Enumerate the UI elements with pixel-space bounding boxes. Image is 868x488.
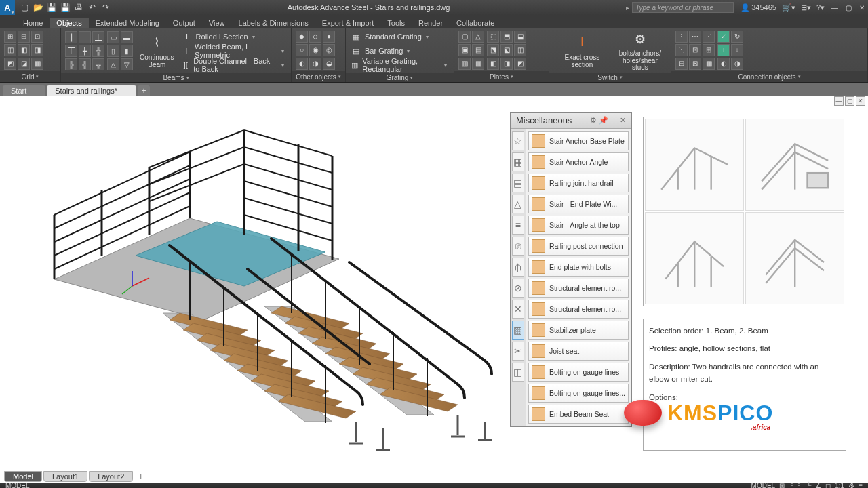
- tab-render[interactable]: Render: [412, 18, 450, 28]
- minimize-icon[interactable]: —: [829, 2, 841, 13]
- grid-tool-icon[interactable]: ◫: [4, 44, 16, 56]
- plate-tool-icon[interactable]: ▥: [458, 58, 471, 70]
- grid-tool-icon[interactable]: ⊡: [31, 30, 43, 43]
- palette-cat-icon[interactable]: ✕: [512, 300, 524, 319]
- preview-thumbnail[interactable]: [745, 212, 844, 304]
- status-customize-icon[interactable]: ≡: [859, 482, 863, 489]
- plate-tool-icon[interactable]: ◨: [500, 58, 513, 70]
- app-menu-icon[interactable]: A: [0, 0, 15, 15]
- palette-cat-icon[interactable]: ✂: [512, 342, 524, 361]
- conn-tool-icon[interactable]: ⋯: [689, 30, 701, 43]
- status-model-button[interactable]: MODEL: [751, 482, 776, 489]
- status-grid-icon[interactable]: ⊞: [779, 482, 785, 489]
- help-icon[interactable]: ?▾: [816, 3, 825, 12]
- palette-item[interactable]: Bolting on gauge lines...: [528, 384, 629, 403]
- plate-tool-icon[interactable]: ⬒: [500, 30, 513, 43]
- layout-tab-2[interactable]: Layout2: [89, 471, 133, 482]
- conn-tool-icon[interactable]: ◐: [717, 58, 730, 70]
- other-tool-icon[interactable]: ●: [323, 30, 335, 43]
- palette-close-icon[interactable]: ✕: [620, 116, 626, 125]
- layout-tab-model[interactable]: Model: [4, 471, 42, 482]
- plate-tool-icon[interactable]: ▣: [458, 44, 471, 56]
- palette-cat-icon[interactable]: ⎚: [512, 237, 524, 256]
- grid-tool-icon[interactable]: ◩: [4, 58, 16, 70]
- conn-tool-icon[interactable]: ✓: [717, 30, 730, 43]
- conn-tool-icon[interactable]: ⋱: [675, 44, 688, 56]
- ribbon-group-other[interactable]: Other objects: [292, 71, 345, 82]
- bolts-anchors-button[interactable]: ⚙bolts/anchors/ holes/shear studs: [614, 30, 667, 72]
- palette-item[interactable]: Railing joint handrail: [528, 174, 629, 192]
- layout-tab-1[interactable]: Layout1: [43, 471, 87, 482]
- plate-tool-icon[interactable]: ▤: [472, 44, 484, 56]
- other-tool-icon[interactable]: ◑: [309, 58, 321, 70]
- status-polar-icon[interactable]: ∠: [815, 482, 821, 489]
- grid-tool-icon[interactable]: ▦: [31, 58, 43, 70]
- palette-cat-icon[interactable]: ☆: [512, 131, 524, 150]
- beam-tool-icon[interactable]: △: [107, 58, 119, 70]
- beam-tool-icon[interactable]: ▬: [121, 31, 133, 43]
- stayconnected-icon[interactable]: ⊞▾: [801, 3, 811, 12]
- palette-cat-icon[interactable]: ▨: [512, 321, 524, 340]
- beam-tool-icon[interactable]: ╬: [92, 45, 104, 57]
- plate-tool-icon[interactable]: ⬔: [487, 44, 499, 56]
- preview-thumbnail[interactable]: [645, 119, 744, 211]
- grid-tool-icon[interactable]: ◪: [18, 58, 30, 70]
- beam-tool-icon[interactable]: ╋: [79, 45, 91, 57]
- palette-item[interactable]: Stair - Angle at the top: [528, 216, 629, 235]
- conn-tool-icon[interactable]: ⊟: [675, 58, 688, 70]
- palette-item[interactable]: Structural element ro...: [528, 279, 629, 298]
- palette-item[interactable]: Embed Beam Seat: [528, 405, 629, 424]
- other-tool-icon[interactable]: ◎: [323, 44, 335, 56]
- vp-restore-icon[interactable]: ▢: [845, 96, 854, 106]
- tab-output[interactable]: Output: [166, 18, 202, 28]
- plate-tool-icon[interactable]: △: [472, 30, 484, 43]
- qat-undo-icon[interactable]: ↶: [87, 2, 98, 13]
- tab-export[interactable]: Export & Import: [315, 18, 380, 28]
- qat-saveas-icon[interactable]: 💾: [60, 2, 71, 13]
- palette-cat-icon[interactable]: ▦: [512, 152, 524, 171]
- beam-tool-icon[interactable]: ╦: [92, 58, 104, 70]
- exchange-icon[interactable]: 🛒▾: [782, 3, 795, 12]
- palette-item[interactable]: Stair - End Plate Wi...: [528, 195, 629, 214]
- other-tool-icon[interactable]: ○: [296, 44, 308, 56]
- grid-tool-icon[interactable]: ◨: [31, 44, 43, 56]
- plate-tool-icon[interactable]: ▦: [472, 58, 484, 70]
- beam-tool-icon[interactable]: ⎯: [79, 31, 91, 43]
- plate-tool-icon[interactable]: ⬕: [500, 44, 513, 56]
- status-scale[interactable]: 1:1: [835, 482, 844, 489]
- grid-tool-icon[interactable]: ◧: [18, 44, 30, 56]
- vp-close-icon[interactable]: ✕: [856, 96, 865, 106]
- palette-cat-icon[interactable]: ≡: [512, 216, 524, 235]
- doc-tab-start[interactable]: Start: [3, 85, 45, 96]
- doc-tab-add-icon[interactable]: +: [138, 85, 150, 96]
- variable-grating-button[interactable]: ▥Variable Grating, Rectangular: [350, 58, 450, 72]
- ribbon-group-plates[interactable]: Plates: [454, 71, 549, 82]
- beam-tool-icon[interactable]: ▽: [121, 58, 133, 70]
- qat-redo-icon[interactable]: ↷: [100, 2, 111, 13]
- beam-tool-icon[interactable]: ╣: [79, 58, 91, 70]
- palette-cat-icon[interactable]: ▤: [512, 174, 524, 192]
- palette-pin-icon[interactable]: 📌: [599, 116, 608, 125]
- conn-tool-icon[interactable]: ⊠: [689, 58, 701, 70]
- other-tool-icon[interactable]: ◐: [296, 58, 308, 70]
- conn-tool-icon[interactable]: ↑: [717, 44, 730, 56]
- qat-print-icon[interactable]: 🖶: [73, 2, 84, 13]
- conn-tool-icon[interactable]: ⋰: [703, 30, 715, 43]
- palette-cat-icon[interactable]: ◫: [512, 363, 524, 382]
- close-icon[interactable]: ✕: [856, 2, 868, 13]
- beam-tool-icon[interactable]: ⎮: [65, 31, 77, 43]
- conn-tool-icon[interactable]: ↻: [731, 30, 743, 43]
- qat-save-icon[interactable]: 💾: [46, 2, 57, 13]
- signin-icon[interactable]: 👤 345465: [741, 3, 776, 12]
- palette-item[interactable]: End plate with bolts: [528, 258, 629, 277]
- grid-tool-icon[interactable]: ⊞: [4, 30, 16, 43]
- qat-new-icon[interactable]: ▢: [19, 2, 30, 13]
- exact-cross-section-button[interactable]: IExact cross section: [553, 33, 611, 68]
- palette-cat-icon[interactable]: △: [512, 195, 524, 214]
- conn-tool-icon[interactable]: ⊡: [689, 44, 701, 56]
- welded-beam-dropdown[interactable]: IWelded Beam, I Symmetric: [181, 44, 287, 58]
- beam-tool-icon[interactable]: ▯: [107, 45, 119, 57]
- conn-tool-icon[interactable]: ↓: [731, 44, 743, 56]
- palette-item[interactable]: Structural element ro...: [528, 300, 629, 319]
- rolled-i-section-dropdown[interactable]: IRolled I Section: [181, 30, 287, 43]
